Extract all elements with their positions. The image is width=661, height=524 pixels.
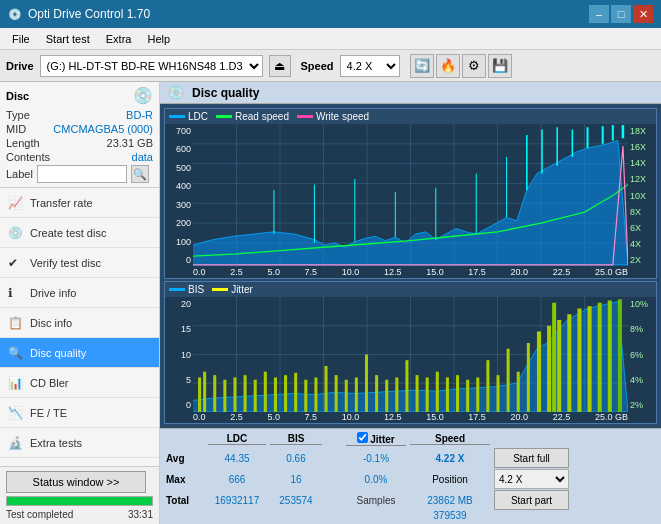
nav-label-fe-te: FE / TE — [30, 407, 67, 419]
svg-rect-64 — [416, 375, 419, 412]
svg-rect-42 — [198, 378, 201, 412]
disc-info-icon: 📋 — [8, 316, 24, 330]
disc-length-row: Length 23.31 GB — [6, 137, 153, 149]
legend-ldc: LDC — [169, 111, 208, 122]
sidebar-item-drive-info[interactable]: ℹ Drive info — [0, 278, 159, 308]
svg-rect-63 — [405, 360, 408, 412]
max-ldc: 666 — [208, 474, 266, 485]
nav-label-disc-info: Disc info — [30, 317, 72, 329]
drive-label: Drive — [6, 60, 34, 72]
sidebar-item-disc-quality[interactable]: 🔍 Disc quality — [0, 338, 159, 368]
stats-total-row: Total 16932117 253574 Samples 23862 MB S… — [166, 490, 655, 510]
nav-label-transfer-rate: Transfer rate — [30, 197, 93, 209]
quality-icon: 💿 — [168, 85, 184, 100]
stats-max-row: Max 666 16 0.0% Position 4.2 X — [166, 469, 655, 489]
svg-rect-77 — [547, 326, 551, 412]
chart2-svg — [193, 297, 628, 412]
menu-file[interactable]: File — [4, 31, 38, 47]
jitter-header: Jitter — [346, 432, 406, 446]
sidebar-item-cd-bler[interactable]: 📊 CD Bler — [0, 368, 159, 398]
avg-ldc: 44.35 — [208, 453, 266, 464]
chart2-svg-wrap — [193, 297, 628, 412]
titlebar-controls: – □ ✕ — [589, 5, 653, 23]
create-test-disc-icon: 💿 — [8, 226, 24, 240]
nav-label-disc-quality: Disc quality — [30, 347, 86, 359]
bis-legend-label: BIS — [188, 284, 204, 295]
svg-rect-66 — [436, 372, 439, 412]
refresh-button[interactable]: 🔄 — [410, 54, 434, 78]
svg-rect-54 — [314, 378, 317, 412]
chart1-y-right: 18X 16X 14X 12X 10X 8X 6X 4X 2X — [628, 124, 656, 267]
svg-rect-44 — [213, 375, 216, 412]
settings-button[interactable]: ⚙ — [462, 54, 486, 78]
burn-button[interactable]: 🔥 — [436, 54, 460, 78]
disc-contents-value: data — [132, 151, 153, 163]
sidebar-item-fe-te[interactable]: 📉 FE / TE — [0, 398, 159, 428]
drive-select[interactable]: (G:) HL-DT-ST BD-RE WH16NS48 1.D3 — [40, 55, 263, 77]
svg-rect-57 — [345, 380, 348, 412]
stats-panel: LDC BIS Jitter Speed Avg 44.35 0.66 -0.1… — [160, 428, 661, 524]
status-text: Test completed — [6, 509, 73, 520]
svg-rect-60 — [375, 375, 378, 412]
status-window-button[interactable]: Status window >> — [6, 471, 146, 493]
close-button[interactable]: ✕ — [633, 5, 653, 23]
bis-color-indicator — [169, 288, 185, 291]
svg-rect-52 — [294, 373, 297, 412]
sidebar-item-create-test-disc[interactable]: 💿 Create test disc — [0, 218, 159, 248]
svg-rect-72 — [496, 375, 499, 412]
maximize-button[interactable]: □ — [611, 5, 631, 23]
disc-label-row: Label 🔍 — [6, 165, 153, 183]
samples-label: Samples — [346, 495, 406, 506]
nav-label-verify-test-disc: Verify test disc — [30, 257, 101, 269]
svg-rect-46 — [233, 378, 236, 412]
svg-rect-56 — [335, 375, 338, 412]
menu-help[interactable]: Help — [139, 31, 178, 47]
chart2-area: 20 15 10 5 0 — [165, 297, 656, 412]
write-legend-label: Write speed — [316, 111, 369, 122]
svg-rect-78 — [552, 303, 556, 412]
svg-rect-58 — [355, 378, 358, 412]
nav-label-create-test-disc: Create test disc — [30, 227, 106, 239]
disc-mid-value: CMCMAGBA5 (000) — [53, 123, 153, 135]
jitter-checkbox[interactable] — [357, 432, 368, 443]
start-full-button[interactable]: Start full — [494, 448, 569, 468]
svg-rect-67 — [446, 378, 449, 412]
sidebar-item-disc-info[interactable]: 📋 Disc info — [0, 308, 159, 338]
app-icon: 💿 — [8, 8, 22, 21]
disc-panel-header: Disc 💿 — [6, 86, 153, 105]
titlebar-left: 💿 Opti Drive Control 1.70 — [8, 7, 150, 21]
svg-rect-43 — [203, 372, 206, 412]
chart1-svg-wrap — [193, 124, 628, 267]
menu-start-test[interactable]: Start test — [38, 31, 98, 47]
speed-select[interactable]: 4.2 X — [340, 55, 400, 77]
disc-panel: Disc 💿 Type BD-R MID CMCMAGBA5 (000) Len… — [0, 82, 159, 188]
jitter-legend-label: Jitter — [231, 284, 253, 295]
save-button[interactable]: 💾 — [488, 54, 512, 78]
speed-label: Speed — [301, 60, 334, 72]
svg-rect-75 — [527, 343, 530, 412]
start-part-button[interactable]: Start part — [494, 490, 569, 510]
sidebar-item-transfer-rate[interactable]: 📈 Transfer rate — [0, 188, 159, 218]
drive-eject-button[interactable]: ⏏ — [269, 55, 291, 77]
sidebar-item-extra-tests[interactable]: 🔬 Extra tests — [0, 428, 159, 458]
speed-select-stats[interactable]: 4.2 X — [494, 469, 569, 489]
chart2-y-right: 10% 8% 6% 4% 2% — [628, 297, 656, 412]
disc-label-input[interactable] — [37, 165, 127, 183]
chart2-y-left: 20 15 10 5 0 — [165, 297, 193, 412]
menu-extra[interactable]: Extra — [98, 31, 140, 47]
disc-label-button[interactable]: 🔍 — [131, 165, 149, 183]
nav-items: 📈 Transfer rate 💿 Create test disc ✔ Ver… — [0, 188, 159, 466]
svg-rect-65 — [426, 378, 429, 412]
avg-bis: 0.66 — [270, 453, 322, 464]
quality-title: Disc quality — [192, 86, 259, 100]
svg-rect-62 — [395, 378, 398, 412]
sidebar-item-verify-test-disc[interactable]: ✔ Verify test disc — [0, 248, 159, 278]
svg-rect-81 — [577, 309, 581, 412]
svg-rect-70 — [476, 378, 479, 412]
drive-info-icon: ℹ — [8, 286, 24, 300]
ldc-header: LDC — [208, 433, 266, 445]
minimize-button[interactable]: – — [589, 5, 609, 23]
avg-jitter: -0.1% — [346, 453, 406, 464]
toolbar-icons: 🔄 🔥 ⚙ 💾 — [410, 54, 512, 78]
fe-te-icon: 📉 — [8, 406, 24, 420]
